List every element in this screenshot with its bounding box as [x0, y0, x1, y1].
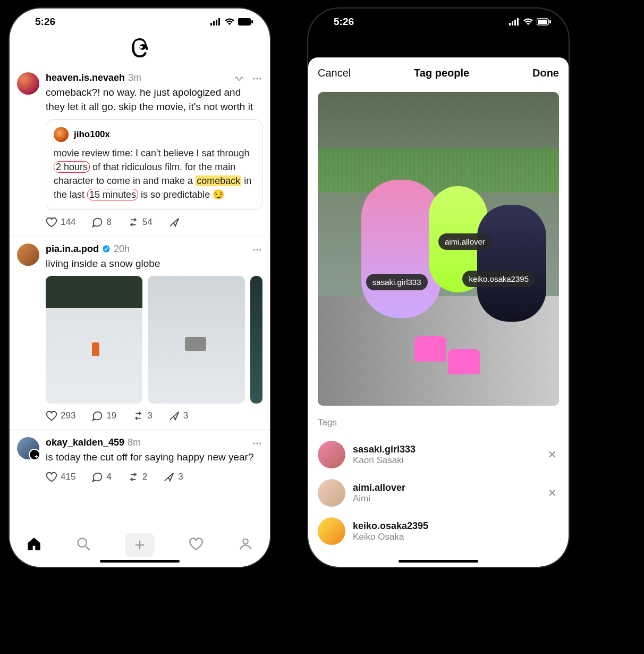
- tab-home[interactable]: [27, 536, 41, 554]
- tab-compose[interactable]: [125, 533, 155, 557]
- done-button[interactable]: Done: [532, 67, 559, 79]
- post[interactable]: okay_kaiden_459 8m is today the cut off …: [10, 430, 270, 490]
- svg-rect-0: [210, 23, 212, 26]
- tag-row[interactable]: keiko.osaka2395 Keiko Osaka: [318, 512, 559, 550]
- more-icon[interactable]: [252, 438, 262, 449]
- battery-icon: [238, 18, 253, 26]
- svg-point-14: [256, 442, 258, 444]
- tag-fullname: Aimi: [353, 493, 405, 504]
- tags-heading: Tags: [318, 417, 559, 428]
- repost-button[interactable]: 3: [132, 410, 152, 422]
- username[interactable]: heaven.is.nevaeh: [46, 72, 125, 83]
- post[interactable]: pia.in.a.pod 20h living inside a snow gl…: [10, 236, 270, 430]
- tag-pill[interactable]: aimi.allover: [438, 233, 492, 250]
- tag-people-sheet: Cancel Tag people Done aimi.allover sasa…: [308, 57, 569, 567]
- quoted-text: movie review time: I can't believe I sat…: [54, 146, 255, 202]
- svg-rect-22: [512, 21, 513, 26]
- repost-icon: [128, 471, 139, 483]
- remove-tag-button[interactable]: ✕: [548, 487, 557, 499]
- media-thumbnail[interactable]: [148, 276, 244, 404]
- like-button[interactable]: 144: [46, 216, 75, 228]
- svg-point-10: [253, 249, 255, 250]
- engagement-row: 144 8 54: [46, 216, 262, 228]
- voice-icon[interactable]: [234, 73, 244, 84]
- wifi-icon: [523, 18, 533, 26]
- wifi-icon: [224, 18, 235, 26]
- avatar[interactable]: [17, 244, 39, 266]
- cellular-icon: [210, 18, 221, 26]
- share-button[interactable]: 3: [163, 471, 183, 483]
- tag-row[interactable]: sasaki.girl333 Kaori Sasaki ✕: [318, 435, 559, 474]
- repost-button[interactable]: 54: [128, 216, 152, 228]
- svg-rect-26: [538, 20, 547, 24]
- comment-icon: [91, 410, 103, 422]
- avatar[interactable]: [17, 437, 39, 459]
- svg-point-7: [256, 78, 258, 79]
- more-icon[interactable]: [252, 73, 262, 84]
- share-icon: [163, 471, 175, 483]
- svg-point-15: [259, 442, 261, 444]
- tag-fullname: Kaori Sasaki: [353, 455, 416, 466]
- remove-tag-button[interactable]: ✕: [548, 448, 557, 461]
- avatar[interactable]: [318, 479, 345, 507]
- like-button[interactable]: 415: [46, 471, 75, 483]
- post[interactable]: heaven.is.nevaeh 3m comeback?! no way. h…: [10, 65, 270, 236]
- share-button[interactable]: [168, 216, 183, 228]
- media-thumbnail[interactable]: [46, 276, 142, 404]
- username[interactable]: pia.in.a.pod: [46, 244, 99, 255]
- share-icon: [168, 410, 180, 422]
- media-thumbnail[interactable]: [250, 276, 263, 404]
- post-text: is today the cut off for saying happy ne…: [46, 450, 262, 465]
- tab-search[interactable]: [76, 536, 91, 554]
- svg-rect-21: [509, 23, 511, 26]
- tag-people-phone: 5:26 Cancel Tag people Done aimi.allover…: [308, 9, 569, 567]
- username[interactable]: okay_kaiden_459: [46, 437, 124, 448]
- post-time: 8m: [128, 437, 141, 448]
- sheet-title: Tag people: [414, 67, 469, 79]
- avatar[interactable]: [17, 72, 39, 95]
- tab-activity[interactable]: [189, 536, 204, 554]
- svg-point-6: [253, 78, 255, 79]
- feed[interactable]: heaven.is.nevaeh 3m comeback?! no way. h…: [10, 65, 270, 530]
- avatar[interactable]: [318, 517, 345, 545]
- tag-username: sasaki.girl333: [353, 444, 416, 455]
- post-text: comeback?! no way. he just apologized an…: [46, 86, 262, 114]
- heart-icon: [46, 471, 57, 483]
- share-button[interactable]: 3: [168, 410, 188, 422]
- tab-profile[interactable]: [238, 536, 253, 554]
- quoted-post[interactable]: jiho100x movie review time: I can't beli…: [46, 119, 262, 209]
- avatar[interactable]: [318, 441, 345, 468]
- svg-rect-4: [238, 18, 251, 26]
- tag-photo[interactable]: aimi.allover sasaki.girl333 keiko.osaka2…: [318, 92, 559, 406]
- tag-row[interactable]: aimi.allover Aimi ✕: [318, 474, 559, 512]
- svg-rect-27: [549, 20, 551, 23]
- more-icon[interactable]: [252, 245, 262, 255]
- repost-icon: [132, 410, 144, 422]
- svg-line-17: [86, 547, 89, 550]
- annotation-circle: 15 minutes: [87, 189, 138, 200]
- comment-icon: [91, 471, 103, 483]
- svg-point-20: [243, 539, 248, 544]
- annotation-highlight: comeback: [196, 175, 241, 186]
- tags-list: Tags sasaki.girl333 Kaori Sasaki ✕ aimi.…: [308, 410, 569, 567]
- battery-icon: [537, 18, 552, 26]
- svg-rect-1: [213, 21, 215, 26]
- repost-button[interactable]: 2: [128, 471, 147, 483]
- svg-rect-23: [514, 20, 516, 26]
- reply-button[interactable]: 8: [91, 216, 111, 228]
- tag-pill[interactable]: sasaki.girl333: [366, 274, 428, 290]
- heart-icon: [46, 410, 57, 422]
- svg-point-12: [259, 249, 261, 250]
- status-icons: [210, 18, 253, 26]
- svg-point-11: [256, 249, 258, 250]
- username[interactable]: jiho100x: [74, 129, 110, 140]
- media-carousel[interactable]: [46, 276, 262, 404]
- tag-username: aimi.allover: [353, 482, 405, 493]
- like-button[interactable]: 293: [46, 410, 75, 422]
- cancel-button[interactable]: Cancel: [318, 67, 351, 79]
- avatar[interactable]: [54, 127, 69, 142]
- tag-pill[interactable]: keiko.osaka2395: [462, 271, 535, 287]
- cellular-icon: [509, 18, 520, 26]
- reply-button[interactable]: 19: [91, 410, 116, 422]
- reply-button[interactable]: 4: [91, 471, 111, 483]
